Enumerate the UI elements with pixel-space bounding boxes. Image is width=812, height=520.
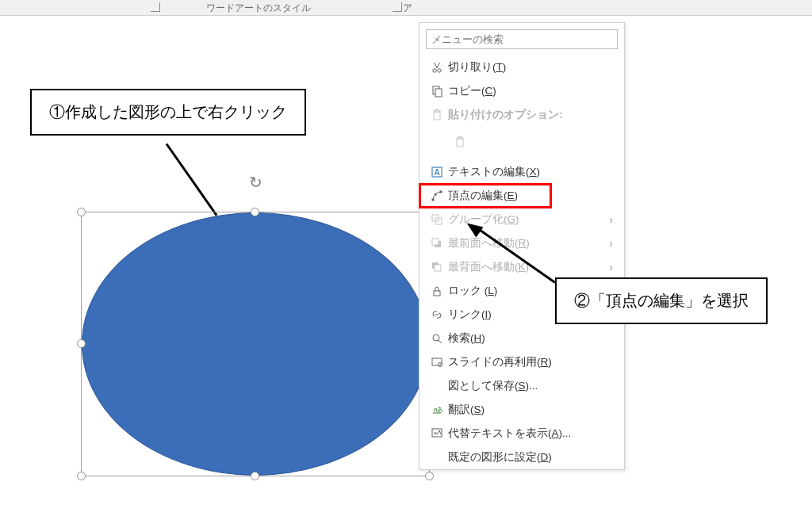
menu-item-translate[interactable]: aあ翻訳(S) [419, 398, 624, 422]
alt-text-icon [426, 427, 448, 440]
arrow-line [166, 143, 218, 216]
menu-item-label: 図として保存(S)... [448, 379, 618, 393]
menu-item-reuse-slide[interactable]: スライドの再利用(R) [419, 350, 624, 374]
svg-point-20 [433, 335, 439, 341]
menu-item-edit-text[interactable]: Aテキストの編集(X) [419, 160, 624, 184]
menu-item-label: 代替テキストを表示(A)... [448, 426, 618, 441]
menu-item-label: 貼り付けのオプション: [448, 108, 618, 122]
group-icon [426, 213, 448, 226]
svg-rect-11 [440, 191, 442, 193]
menu-item-alt-text[interactable]: 代替テキストを表示(A)... [419, 422, 624, 445]
annotation-text: ①作成した図形の上で右クリック [49, 103, 287, 120]
chevron-right-icon: › [609, 213, 618, 226]
menu-item-label: コピー(C) [448, 84, 618, 98]
annotation-box-2: ②「頂点の編集」を選択 [555, 277, 768, 324]
resize-handle-nw[interactable] [77, 208, 86, 216]
copy-icon [426, 85, 448, 98]
resize-handle-w[interactable] [77, 339, 86, 348]
ribbon-bar: ワードアートのスタイル ア [0, 0, 812, 16]
svg-point-22 [439, 363, 442, 367]
reuse-slide-icon [426, 356, 448, 369]
svg-rect-12 [435, 193, 437, 196]
svg-point-1 [438, 69, 441, 72]
resize-handle-s[interactable] [251, 472, 259, 480]
menu-item-cut[interactable]: 切り取り(T) [419, 55, 624, 79]
svg-point-0 [433, 69, 436, 72]
chevron-right-icon: › [609, 261, 618, 273]
menu-item-label: 検索(H) [448, 331, 618, 346]
menu-item-blank[interactable]: 図として保存(S)... [419, 374, 624, 398]
bring-front-icon [426, 237, 448, 250]
dialog-launcher-icon[interactable] [151, 2, 160, 12]
menu-item-label: 既定の図形に設定(D) [448, 450, 618, 465]
annotation-text: ②「頂点の編集」を選択 [574, 292, 749, 309]
paste-icon [426, 109, 448, 121]
menu-item-label: 最前面へ移動(R) [448, 236, 609, 250]
menu-item-copy[interactable]: コピー(C) [419, 79, 624, 103]
context-menu: 切り取り(T)コピー(C)貼り付けのオプション:Aテキストの編集(X)頂点の編集… [419, 22, 625, 470]
menu-item-bring-front: 最前面へ移動(R)› [419, 231, 624, 255]
menu-item-edit-points[interactable]: 頂点の編集(E) [419, 184, 624, 208]
menu-item-label: 切り取り(T) [448, 60, 618, 75]
resize-handle-n[interactable] [251, 208, 259, 216]
slide-canvas[interactable]: ①作成した図形の上で右クリック ↻ 切り取り(T)コピー(C)貼り付けのオプショ… [0, 16, 812, 520]
edit-text-icon: A [426, 166, 448, 178]
menu-item-group: グループ化(G)› [419, 208, 624, 231]
search-icon [426, 332, 448, 345]
svg-rect-10 [432, 199, 435, 201]
menu-item-search[interactable]: 検索(H) [419, 327, 624, 350]
translate-icon: aあ [426, 403, 448, 416]
svg-rect-16 [432, 239, 439, 245]
menu-item-label: テキストの編集(X) [448, 165, 618, 179]
paste-option-button [448, 130, 472, 154]
link-icon [426, 308, 448, 321]
edit-points-icon [426, 189, 448, 202]
svg-rect-3 [435, 89, 442, 97]
svg-text:aあ: aあ [434, 406, 443, 413]
lock-icon [426, 285, 448, 297]
menu-item-label: 頂点の編集(E) [448, 189, 618, 203]
annotation-box-1: ①作成した図形の上で右クリック [30, 89, 306, 136]
resize-handle-se[interactable] [425, 472, 434, 480]
cut-icon [426, 61, 448, 74]
ribbon-partial-label: ア [403, 2, 412, 15]
menu-item-label: スライドの再利用(R) [448, 355, 618, 369]
resize-handle-sw[interactable] [77, 472, 86, 480]
menu-item-blank[interactable]: 既定の図形に設定(D) [419, 445, 624, 469]
paste-options-row [419, 127, 624, 160]
shape-selection-frame[interactable]: ↻ [81, 212, 430, 476]
dialog-launcher-icon[interactable] [393, 2, 402, 12]
menu-item-paste: 貼り付けのオプション: [419, 103, 624, 127]
chevron-right-icon: › [609, 237, 618, 250]
svg-text:A: A [435, 168, 440, 177]
rotate-handle-icon[interactable]: ↻ [249, 173, 262, 192]
ribbon-group-label: ワードアートのスタイル [206, 2, 311, 15]
menu-item-label: 翻訳(S) [448, 403, 618, 417]
menu-search-input[interactable] [426, 29, 618, 49]
send-back-icon [426, 261, 448, 273]
svg-rect-19 [434, 291, 440, 296]
ellipse-shape[interactable] [82, 212, 429, 476]
svg-rect-18 [435, 265, 441, 271]
